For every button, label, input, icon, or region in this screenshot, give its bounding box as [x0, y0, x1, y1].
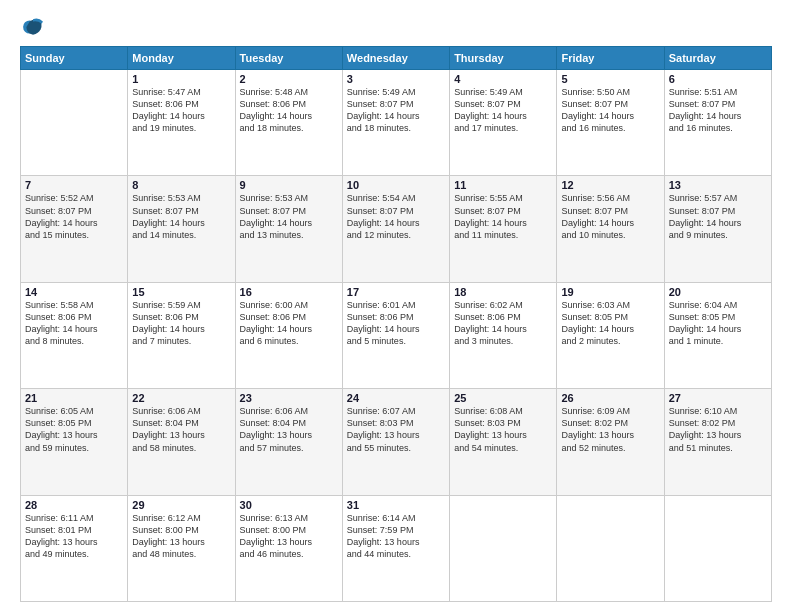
calendar-cell: 3Sunrise: 5:49 AM Sunset: 8:07 PM Daylig…	[342, 70, 449, 176]
day-number: 18	[454, 286, 552, 298]
day-number: 30	[240, 499, 338, 511]
day-number: 26	[561, 392, 659, 404]
calendar-cell	[664, 495, 771, 601]
day-info: Sunrise: 5:53 AM Sunset: 8:07 PM Dayligh…	[240, 192, 338, 241]
day-info: Sunrise: 5:50 AM Sunset: 8:07 PM Dayligh…	[561, 86, 659, 135]
header	[20, 16, 772, 38]
day-info: Sunrise: 5:59 AM Sunset: 8:06 PM Dayligh…	[132, 299, 230, 348]
calendar-cell: 7Sunrise: 5:52 AM Sunset: 8:07 PM Daylig…	[21, 176, 128, 282]
day-number: 3	[347, 73, 445, 85]
day-info: Sunrise: 6:08 AM Sunset: 8:03 PM Dayligh…	[454, 405, 552, 454]
weekday-wednesday: Wednesday	[342, 47, 449, 70]
calendar-week-4: 21Sunrise: 6:05 AM Sunset: 8:05 PM Dayli…	[21, 389, 772, 495]
weekday-saturday: Saturday	[664, 47, 771, 70]
calendar-cell: 19Sunrise: 6:03 AM Sunset: 8:05 PM Dayli…	[557, 282, 664, 388]
day-info: Sunrise: 6:11 AM Sunset: 8:01 PM Dayligh…	[25, 512, 123, 561]
calendar-table: SundayMondayTuesdayWednesdayThursdayFrid…	[20, 46, 772, 602]
calendar-cell: 30Sunrise: 6:13 AM Sunset: 8:00 PM Dayli…	[235, 495, 342, 601]
day-number: 4	[454, 73, 552, 85]
day-info: Sunrise: 5:48 AM Sunset: 8:06 PM Dayligh…	[240, 86, 338, 135]
day-number: 23	[240, 392, 338, 404]
calendar-cell: 1Sunrise: 5:47 AM Sunset: 8:06 PM Daylig…	[128, 70, 235, 176]
day-info: Sunrise: 5:58 AM Sunset: 8:06 PM Dayligh…	[25, 299, 123, 348]
day-number: 29	[132, 499, 230, 511]
day-number: 15	[132, 286, 230, 298]
calendar-cell: 9Sunrise: 5:53 AM Sunset: 8:07 PM Daylig…	[235, 176, 342, 282]
calendar-cell: 6Sunrise: 5:51 AM Sunset: 8:07 PM Daylig…	[664, 70, 771, 176]
day-number: 1	[132, 73, 230, 85]
day-info: Sunrise: 5:56 AM Sunset: 8:07 PM Dayligh…	[561, 192, 659, 241]
weekday-tuesday: Tuesday	[235, 47, 342, 70]
calendar-cell: 4Sunrise: 5:49 AM Sunset: 8:07 PM Daylig…	[450, 70, 557, 176]
calendar-cell: 27Sunrise: 6:10 AM Sunset: 8:02 PM Dayli…	[664, 389, 771, 495]
weekday-thursday: Thursday	[450, 47, 557, 70]
day-number: 19	[561, 286, 659, 298]
day-info: Sunrise: 6:03 AM Sunset: 8:05 PM Dayligh…	[561, 299, 659, 348]
calendar-cell: 25Sunrise: 6:08 AM Sunset: 8:03 PM Dayli…	[450, 389, 557, 495]
calendar-cell: 10Sunrise: 5:54 AM Sunset: 8:07 PM Dayli…	[342, 176, 449, 282]
logo-icon	[22, 16, 44, 38]
day-number: 24	[347, 392, 445, 404]
calendar-cell: 13Sunrise: 5:57 AM Sunset: 8:07 PM Dayli…	[664, 176, 771, 282]
logo	[20, 16, 44, 38]
day-number: 12	[561, 179, 659, 191]
calendar-cell: 18Sunrise: 6:02 AM Sunset: 8:06 PM Dayli…	[450, 282, 557, 388]
calendar-cell: 15Sunrise: 5:59 AM Sunset: 8:06 PM Dayli…	[128, 282, 235, 388]
day-info: Sunrise: 6:10 AM Sunset: 8:02 PM Dayligh…	[669, 405, 767, 454]
day-info: Sunrise: 5:52 AM Sunset: 8:07 PM Dayligh…	[25, 192, 123, 241]
day-number: 22	[132, 392, 230, 404]
calendar-cell: 16Sunrise: 6:00 AM Sunset: 8:06 PM Dayli…	[235, 282, 342, 388]
day-number: 27	[669, 392, 767, 404]
day-info: Sunrise: 5:55 AM Sunset: 8:07 PM Dayligh…	[454, 192, 552, 241]
day-number: 5	[561, 73, 659, 85]
weekday-sunday: Sunday	[21, 47, 128, 70]
day-info: Sunrise: 5:47 AM Sunset: 8:06 PM Dayligh…	[132, 86, 230, 135]
day-number: 25	[454, 392, 552, 404]
calendar-cell: 8Sunrise: 5:53 AM Sunset: 8:07 PM Daylig…	[128, 176, 235, 282]
calendar-cell: 5Sunrise: 5:50 AM Sunset: 8:07 PM Daylig…	[557, 70, 664, 176]
day-info: Sunrise: 6:12 AM Sunset: 8:00 PM Dayligh…	[132, 512, 230, 561]
day-info: Sunrise: 5:51 AM Sunset: 8:07 PM Dayligh…	[669, 86, 767, 135]
day-info: Sunrise: 5:53 AM Sunset: 8:07 PM Dayligh…	[132, 192, 230, 241]
calendar-cell: 28Sunrise: 6:11 AM Sunset: 8:01 PM Dayli…	[21, 495, 128, 601]
day-info: Sunrise: 5:57 AM Sunset: 8:07 PM Dayligh…	[669, 192, 767, 241]
day-number: 17	[347, 286, 445, 298]
calendar-cell: 14Sunrise: 5:58 AM Sunset: 8:06 PM Dayli…	[21, 282, 128, 388]
day-number: 6	[669, 73, 767, 85]
day-info: Sunrise: 6:09 AM Sunset: 8:02 PM Dayligh…	[561, 405, 659, 454]
calendar-cell: 2Sunrise: 5:48 AM Sunset: 8:06 PM Daylig…	[235, 70, 342, 176]
calendar-cell: 11Sunrise: 5:55 AM Sunset: 8:07 PM Dayli…	[450, 176, 557, 282]
weekday-monday: Monday	[128, 47, 235, 70]
day-info: Sunrise: 6:13 AM Sunset: 8:00 PM Dayligh…	[240, 512, 338, 561]
calendar-cell: 23Sunrise: 6:06 AM Sunset: 8:04 PM Dayli…	[235, 389, 342, 495]
day-number: 2	[240, 73, 338, 85]
day-info: Sunrise: 6:14 AM Sunset: 7:59 PM Dayligh…	[347, 512, 445, 561]
day-number: 10	[347, 179, 445, 191]
calendar-cell: 20Sunrise: 6:04 AM Sunset: 8:05 PM Dayli…	[664, 282, 771, 388]
day-number: 14	[25, 286, 123, 298]
calendar-cell: 22Sunrise: 6:06 AM Sunset: 8:04 PM Dayli…	[128, 389, 235, 495]
calendar-cell	[21, 70, 128, 176]
day-number: 16	[240, 286, 338, 298]
day-number: 11	[454, 179, 552, 191]
day-info: Sunrise: 5:49 AM Sunset: 8:07 PM Dayligh…	[347, 86, 445, 135]
day-number: 8	[132, 179, 230, 191]
calendar-cell: 29Sunrise: 6:12 AM Sunset: 8:00 PM Dayli…	[128, 495, 235, 601]
day-number: 20	[669, 286, 767, 298]
calendar-week-2: 7Sunrise: 5:52 AM Sunset: 8:07 PM Daylig…	[21, 176, 772, 282]
day-info: Sunrise: 6:02 AM Sunset: 8:06 PM Dayligh…	[454, 299, 552, 348]
day-info: Sunrise: 5:54 AM Sunset: 8:07 PM Dayligh…	[347, 192, 445, 241]
weekday-friday: Friday	[557, 47, 664, 70]
calendar-week-5: 28Sunrise: 6:11 AM Sunset: 8:01 PM Dayli…	[21, 495, 772, 601]
calendar-cell: 24Sunrise: 6:07 AM Sunset: 8:03 PM Dayli…	[342, 389, 449, 495]
calendar-week-3: 14Sunrise: 5:58 AM Sunset: 8:06 PM Dayli…	[21, 282, 772, 388]
calendar-cell: 21Sunrise: 6:05 AM Sunset: 8:05 PM Dayli…	[21, 389, 128, 495]
calendar-cell: 31Sunrise: 6:14 AM Sunset: 7:59 PM Dayli…	[342, 495, 449, 601]
calendar-cell	[450, 495, 557, 601]
page: SundayMondayTuesdayWednesdayThursdayFrid…	[0, 0, 792, 612]
weekday-header-row: SundayMondayTuesdayWednesdayThursdayFrid…	[21, 47, 772, 70]
day-info: Sunrise: 6:01 AM Sunset: 8:06 PM Dayligh…	[347, 299, 445, 348]
calendar-cell: 17Sunrise: 6:01 AM Sunset: 8:06 PM Dayli…	[342, 282, 449, 388]
day-info: Sunrise: 6:07 AM Sunset: 8:03 PM Dayligh…	[347, 405, 445, 454]
day-number: 28	[25, 499, 123, 511]
